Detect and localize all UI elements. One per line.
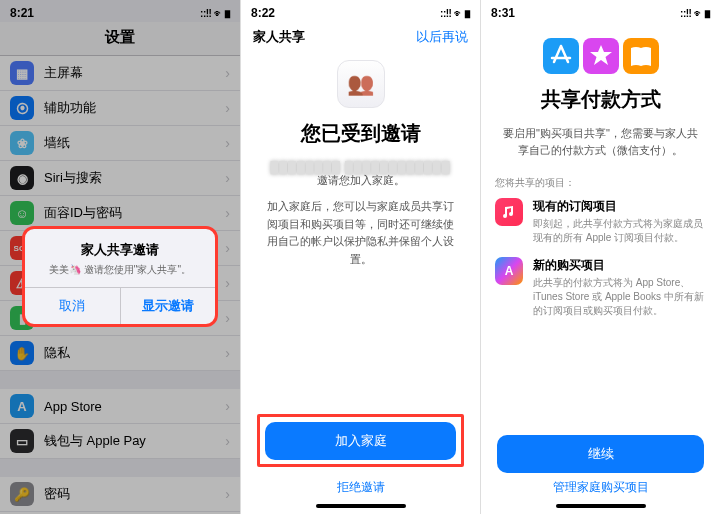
alert-cancel-button[interactable]: 取消 — [25, 288, 120, 324]
invite-title: 您已受到邀请 — [265, 120, 456, 147]
svg-rect-0 — [543, 38, 579, 74]
alert-confirm-button[interactable]: 显示邀请 — [120, 288, 216, 324]
appstore-icon — [541, 36, 581, 76]
status-indicators: ::!! ᯤ ▆ — [680, 8, 710, 19]
status-indicators: ::!! ᯤ ▆ — [440, 8, 470, 19]
manage-purchases-button[interactable]: 管理家庭购买项目 — [497, 473, 704, 498]
payment-body: 要启用"购买项目共享"，您需要与家人共享自己的付款方式（微信支付）。 — [503, 125, 698, 158]
highlight-box: 加入家庭 — [257, 414, 464, 467]
item-desc: 此共享的付款方式将为 App Store、iTunes Store 或 Appl… — [533, 276, 706, 318]
status-bar: 8:22 ::!! ᯤ ▆ — [241, 0, 480, 22]
phone-invite: 8:22 ::!! ᯤ ▆ 家人共享 以后再说 👥 您已受到邀请 ███████… — [240, 0, 480, 514]
home-indicator[interactable] — [316, 504, 406, 508]
continue-button[interactable]: 继续 — [497, 435, 704, 473]
store-icons — [503, 36, 698, 76]
home-indicator[interactable] — [556, 504, 646, 508]
payment-title: 共享付款方式 — [503, 86, 698, 113]
nav-bar: 家人共享 以后再说 — [241, 22, 480, 54]
item-title: 新的购买项目 — [533, 257, 706, 274]
item-title: 现有的订阅项目 — [533, 198, 706, 215]
family-invite-alert: 家人共享邀请 美美🦄 邀请您使用"家人共享"。 取消 显示邀请 — [22, 226, 218, 327]
books-icon — [621, 36, 661, 76]
new-purchases-item: A 新的购买项目 此共享的付款方式将为 App Store、iTunes Sto… — [481, 253, 720, 326]
share-section-label: 您将共享的项目： — [481, 158, 720, 194]
phone-settings: 8:21 ::!! ᯤ ▆ 设置 ▦主屏幕›⦿辅助功能›❀墙纸›◉Siri与搜索… — [0, 0, 240, 514]
invite-body: 加入家庭后，您可以与家庭成员共享订阅项目和购买项目等，同时还可继续使用自己的帐户… — [265, 198, 456, 268]
status-bar: 8:31 ::!! ᯤ ▆ — [481, 0, 720, 22]
join-family-button[interactable]: 加入家庭 — [265, 422, 456, 460]
later-button[interactable]: 以后再说 — [416, 28, 468, 46]
itunes-icon — [581, 36, 621, 76]
phone-payment: 8:31 ::!! ᯤ ▆ 共享付款方式 要启用"购买项目共享"，您需要与家人共… — [480, 0, 720, 514]
nav-title: 家人共享 — [253, 28, 305, 46]
stores-combo-icon: A — [495, 257, 523, 285]
family-icon: 👥 — [337, 60, 385, 108]
status-time: 8:31 — [491, 6, 515, 20]
existing-subscriptions-item: 现有的订阅项目 即刻起，此共享付款方式将为家庭成员现有的所有 Apple 订阅项… — [481, 194, 720, 253]
alert-message: 美美🦄 邀请您使用"家人共享"。 — [39, 263, 201, 277]
item-desc: 即刻起，此共享付款方式将为家庭成员现有的所有 Apple 订阅项目付款。 — [533, 217, 706, 245]
status-time: 8:22 — [251, 6, 275, 20]
alert-title: 家人共享邀请 — [39, 241, 201, 259]
music-icon — [495, 198, 523, 226]
inviter-line: ████████ ████████████ 邀请您加入家庭。 — [265, 161, 456, 188]
decline-invite-button[interactable]: 拒绝邀请 — [257, 473, 464, 498]
